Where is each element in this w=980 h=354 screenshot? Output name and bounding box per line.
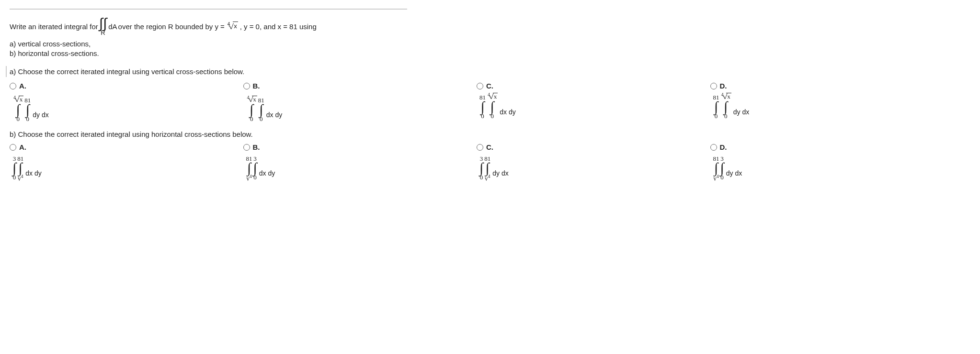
integrand: dy dx <box>32 111 48 122</box>
integral-sign: ∫ <box>486 162 490 174</box>
option[interactable]: D.81∫y43∫0dy dx <box>710 143 944 181</box>
limit-value: 0 <box>715 112 718 120</box>
option-letter: D. <box>720 143 727 151</box>
option-letter: B. <box>253 143 260 151</box>
integral-sign: ∫ <box>490 101 494 112</box>
integral-sign: ∫ <box>247 162 251 174</box>
section-b-label: b) Choose the correct iterated integral … <box>10 130 980 138</box>
integral-sign: ∫ <box>480 101 484 112</box>
radical-symbol: √ <box>248 96 253 103</box>
integral-sign: ∫ <box>714 162 718 174</box>
stem-tail: , y = 0, and x = 81 using <box>240 22 317 32</box>
integrand: dx dy <box>24 169 41 181</box>
integrand: dx dy <box>258 169 275 181</box>
option-letter: D. <box>720 82 727 90</box>
radio-icon[interactable] <box>710 83 717 89</box>
radical-symbol: √ <box>489 93 494 100</box>
limit-value: 0 <box>480 174 483 181</box>
limit-value: 0 <box>724 112 728 120</box>
radio-icon[interactable] <box>10 144 16 151</box>
limit-value: 0 <box>250 115 253 122</box>
integral-sign: ∫ <box>12 162 16 174</box>
problem-container: Write an iterated integral for ∫ ∫ R dA … <box>0 0 980 181</box>
limit-value: 0 <box>16 115 20 122</box>
integral-sign: ∫ <box>714 101 718 112</box>
integral-expression: 4√x∫081∫0dx dy <box>246 97 283 122</box>
part-a-label: a) vertical cross-sections, <box>10 39 402 49</box>
options-row-a: A.4√x∫081∫0dy dxB.4√x∫081∫0dx dyC.81∫04√… <box>10 82 944 122</box>
integral-sign: ∫ <box>26 104 30 115</box>
limit-value: 0 <box>26 115 30 122</box>
integral-sign: ∫ <box>720 162 724 174</box>
question-stem: Write an iterated integral for ∫ ∫ R dA … <box>10 16 402 58</box>
limit-power: y4 <box>713 175 719 181</box>
integral-expression: 3∫081∫y4dy dx <box>479 155 509 181</box>
limit-value: 0 <box>490 112 494 120</box>
integral-sign: ∫ <box>16 104 20 115</box>
option[interactable]: B.4√x∫081∫0dx dy <box>243 82 477 122</box>
option-letter: C. <box>486 82 493 90</box>
stem-pre: Write an iterated integral for <box>10 22 98 32</box>
radio-icon[interactable] <box>243 144 250 151</box>
limit-power: y4 <box>246 175 252 181</box>
limit-power: y4 <box>18 175 23 181</box>
stem-post: over the region R bounded by y = <box>118 22 225 32</box>
section-a-label: a) Choose the correct iterated integral … <box>6 66 379 77</box>
integrand: dx dy <box>265 111 282 122</box>
option[interactable]: D.81∫04√x∫0dy dx <box>710 82 944 122</box>
option-letter: A. <box>19 82 26 90</box>
radical-symbol: √ <box>722 93 727 100</box>
integral-sign: ∫ <box>479 162 483 174</box>
option-letter: B. <box>253 82 260 90</box>
radio-icon[interactable] <box>243 83 250 89</box>
option[interactable]: B.81∫y43∫0dx dy <box>243 143 477 181</box>
integral-expression: 4√x∫081∫0dy dx <box>12 97 49 122</box>
radio-icon[interactable] <box>10 83 16 89</box>
integral-sign: ∫ <box>250 104 253 115</box>
integrand: dy dx <box>491 169 508 181</box>
option-letter: C. <box>486 143 493 151</box>
part-b-label: b) horizontal cross-sections. <box>10 49 402 58</box>
integral-sign: ∫ <box>259 104 263 115</box>
radical-symbol: √ <box>228 22 234 32</box>
limit-value: 0 <box>260 115 263 122</box>
limit-value: 0 <box>253 174 257 181</box>
integrand: dy dx <box>732 108 749 120</box>
option[interactable]: C.81∫04√x∫0dx dy <box>477 82 710 122</box>
integral-expression: 81∫y43∫0dx dy <box>246 155 275 181</box>
integrand: dx dy <box>499 108 515 120</box>
option[interactable]: A.3∫081∫y4dx dy <box>10 143 243 181</box>
option[interactable]: A.4√x∫081∫0dy dx <box>10 82 243 122</box>
radio-icon[interactable] <box>710 144 717 151</box>
integral-sign: ∫ <box>19 162 23 174</box>
integral-expression: 3∫081∫y4dx dy <box>12 155 42 181</box>
integral-expression: 81∫04√x∫0dy dx <box>713 94 750 120</box>
option-letter: A. <box>19 143 26 151</box>
limit-value: 0 <box>481 112 484 120</box>
limit-power: y4 <box>485 175 490 181</box>
integral-expression: 81∫04√x∫0dx dy <box>479 94 516 120</box>
limit-value: 0 <box>720 174 724 181</box>
radio-icon[interactable] <box>477 83 483 89</box>
integral-expression: 81∫y43∫0dy dx <box>713 155 742 181</box>
radio-icon[interactable] <box>477 144 483 151</box>
integral-region: R <box>101 29 105 37</box>
integral-da: dA <box>107 22 117 32</box>
divider <box>10 9 407 10</box>
options-row-b: A.3∫081∫y4dx dyB.81∫y43∫0dx dyC.3∫081∫y4… <box>10 143 944 181</box>
limit-value: 0 <box>13 174 16 181</box>
integrand: dy dx <box>725 169 742 181</box>
integral-sign: ∫ <box>724 101 728 112</box>
integral-sign: ∫ <box>253 162 257 174</box>
option[interactable]: C.3∫081∫y4dy dx <box>477 143 710 181</box>
radical-symbol: √ <box>14 96 20 103</box>
